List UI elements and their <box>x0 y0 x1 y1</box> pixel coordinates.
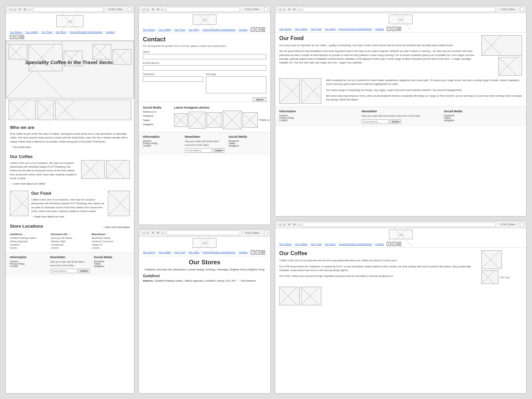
our-coffee-link[interactable]: Learn more about our coffee <box>10 182 78 185</box>
footer-contact-contact[interactable]: Contact <box>143 145 181 147</box>
nav-story-coffee[interactable]: Our Story <box>325 243 336 246</box>
nav-env-stores[interactable]: Environmental Commitments <box>203 251 235 254</box>
instagram-icon-contact[interactable]: ◎ <box>261 27 265 32</box>
newsletter-email-contact[interactable] <box>185 148 212 153</box>
nav-coffee-stores[interactable]: Our Coffee <box>158 251 171 254</box>
nav-food-stores[interactable]: Our Food <box>174 251 185 254</box>
nav-coffee-food[interactable]: Our Coffee <box>295 27 307 31</box>
forward-btn-1[interactable]: ▷ <box>13 8 17 11</box>
contact-submit-btn[interactable]: Submit <box>253 97 266 102</box>
home-btn-coffee[interactable]: ⌂ <box>298 223 301 226</box>
search-bar-coffee[interactable] <box>520 222 524 227</box>
nav-contact-stores[interactable]: Contact <box>239 251 248 254</box>
nav-our-coffee-1[interactable]: Our Coffee <box>25 31 38 34</box>
nav-food-coffee[interactable]: Our Food <box>311 243 322 246</box>
our-food-link[interactable]: Read more about our food <box>31 215 105 218</box>
reload-btn-1[interactable]: ⟳ <box>23 8 27 11</box>
nav-contact-1[interactable]: Contact <box>106 31 115 34</box>
footer-careers-food[interactable]: Careers <box>279 114 358 117</box>
fb-icon-coffee[interactable]: f <box>387 242 391 246</box>
twitter-icon-1[interactable]: t <box>15 35 19 39</box>
newsletter-submit-food[interactable]: Submit <box>390 119 401 124</box>
footer-contact-food[interactable]: Contact <box>279 119 358 121</box>
home-btn-stores[interactable]: ⌂ <box>161 231 164 234</box>
footer-careers-1[interactable]: Careers <box>10 260 46 263</box>
nav-coffee-coffee[interactable]: Our Coffee <box>295 243 307 246</box>
nav-env-contact[interactable]: Environmental Commitments <box>203 28 235 31</box>
footer-privacy-1[interactable]: Privacy Policy <box>10 263 46 265</box>
twitter-icon-contact[interactable]: t <box>256 27 260 32</box>
close-btn-coffee[interactable]: ✕ <box>287 223 291 226</box>
nav-env-commitments-1[interactable]: Environmental Commitments <box>70 31 102 34</box>
reload-btn-stores[interactable]: ⟳ <box>156 231 160 234</box>
footer-instagram-1[interactable]: Instagram <box>94 265 130 267</box>
nav-our-coffee-contact[interactable]: Our Coffee <box>158 28 171 31</box>
nav-food-food[interactable]: Our Food <box>311 27 322 31</box>
nav-env-coffee[interactable]: Environmental Commitments <box>339 243 372 246</box>
home-btn-contact[interactable]: ⌂ <box>161 8 164 11</box>
forward-btn-contact[interactable]: ▷ <box>146 8 150 11</box>
sm-twitter[interactable]: Twitter <box>143 118 170 123</box>
nav-stores-food[interactable]: Our Stores <box>279 27 291 31</box>
address-bar-coffee[interactable] <box>303 222 496 227</box>
search-bar-food[interactable] <box>520 7 524 12</box>
reload-btn-food[interactable]: ⟳ <box>292 8 297 11</box>
nav-our-stores-1[interactable]: Our Stores <box>10 31 22 34</box>
nav-contact-contact[interactable]: Contact <box>239 28 248 31</box>
forward-btn-food[interactable]: ▷ <box>283 8 286 11</box>
newsletter-email-food[interactable] <box>362 119 389 124</box>
back-btn-stores[interactable]: ◁ <box>141 231 145 234</box>
footer-ig-contact[interactable]: Instagram <box>228 145 266 147</box>
search-bar-contact[interactable] <box>264 7 268 12</box>
store-link-london-bridge[interactable]: London Bridge <box>188 268 204 271</box>
close-btn-food[interactable]: ✕ <box>287 8 291 11</box>
store-link-brighton-shop[interactable]: Brighton Shop <box>248 268 265 271</box>
address-bar-contact[interactable] <box>166 7 240 12</box>
follow-us-link[interactable]: Follow us <box>259 118 270 121</box>
home-btn-1[interactable]: ⌂ <box>28 8 31 11</box>
sm-facebook[interactable]: Facebook <box>143 114 170 118</box>
newsletter-submit-contact[interactable]: Submit <box>213 148 225 153</box>
close-btn-1[interactable]: ✕ <box>18 8 22 11</box>
nav-stores-stores[interactable]: Our Stores <box>143 251 155 254</box>
nav-env-food[interactable]: Environmental Commitments <box>339 27 372 31</box>
back-btn-1[interactable]: ◁ <box>8 8 12 11</box>
nav-our-food-1[interactable]: Our Food <box>41 31 52 34</box>
nav-contact-coffee[interactable]: Contact <box>375 243 384 246</box>
address-bar-stores[interactable] <box>166 230 240 235</box>
close-btn-contact[interactable]: ✕ <box>151 8 155 11</box>
nav-our-story-1[interactable]: Our Story <box>55 31 66 34</box>
address-bar-1[interactable] <box>33 7 103 12</box>
ig-icon-food[interactable]: ◎ <box>397 27 401 31</box>
footer-contact-1[interactable]: Contact <box>10 265 46 267</box>
close-btn-stores[interactable]: ✕ <box>151 231 155 234</box>
nav-story-food[interactable]: Our Story <box>325 27 336 31</box>
ig-icon-stores[interactable]: ◎ <box>261 250 265 254</box>
newsletter-email-1[interactable] <box>50 269 77 273</box>
facebook-icon-contact[interactable]: f <box>251 27 255 32</box>
facebook-icon-1[interactable]: f <box>10 35 14 39</box>
newsletter-submit-1[interactable]: Submit <box>78 269 90 273</box>
sm-instagram[interactable]: Instagram <box>143 122 170 127</box>
store-link-tonbridge[interactable]: Tonbridge <box>217 268 228 271</box>
store-link-woking[interactable]: Woking <box>206 268 215 271</box>
get-directions-link[interactable]: → Get Directions <box>238 280 256 282</box>
footer-facebook-1[interactable]: Facebook <box>94 260 130 263</box>
search-bar-stores[interactable] <box>264 230 268 235</box>
forward-btn-stores[interactable]: ▷ <box>146 231 150 234</box>
fb-icon-stores[interactable]: f <box>251 250 255 254</box>
footer-privacy-contact[interactable]: Privacy Policy <box>143 142 181 145</box>
email-input[interactable] <box>143 65 266 71</box>
address-bar-food[interactable] <box>303 7 496 12</box>
footer-careers-contact[interactable]: Careers <box>143 140 181 142</box>
home-btn-food[interactable]: ⌂ <box>298 8 301 11</box>
back-btn-coffee[interactable]: ◁ <box>278 223 282 226</box>
back-btn-contact[interactable]: ◁ <box>141 8 145 11</box>
store-link-blackfriars[interactable]: Blackfriars <box>174 268 186 271</box>
name-input[interactable] <box>143 54 266 59</box>
footer-tw-food[interactable]: Twitter <box>444 117 522 119</box>
back-btn-food[interactable]: ◁ <box>278 8 282 11</box>
instagram-icon-1[interactable]: ◎ <box>20 35 24 39</box>
store-link-brighton-kiosk[interactable]: Brighton Kiosk <box>230 268 246 271</box>
reload-btn-coffee[interactable]: ⟳ <box>292 223 297 226</box>
